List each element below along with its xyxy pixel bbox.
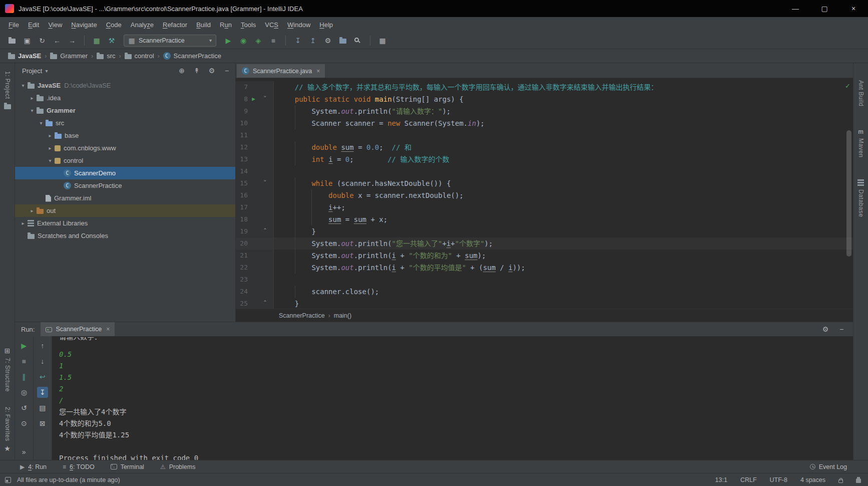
minimize-button[interactable]: — xyxy=(781,0,810,17)
run-console[interactable]: 请输入数字：0.511.52/您一共输入了4个数字4个数的和为5.04个数的平均… xyxy=(52,336,853,460)
toolwindow-button-problems[interactable]: ⚠Problems xyxy=(160,463,196,470)
line-ending-widget[interactable]: CRLF xyxy=(740,476,757,483)
coverage-button[interactable]: ◈ xyxy=(251,34,265,47)
code-line-7[interactable]: 7// 输入多个数字，并求其总和与平均数，每输入一个数字用回车确认，通过输入非数… xyxy=(236,81,853,93)
soft-wrap-button[interactable]: ↩ xyxy=(37,371,48,382)
code-line-22[interactable]: 22System.out.println(i + "个数的平均值是" + (su… xyxy=(236,262,853,274)
toolwindow-button-1-project[interactable]: 1: Project xyxy=(4,71,11,109)
expand-arrow-icon[interactable]: ▾ xyxy=(46,158,54,163)
close-icon[interactable]: × xyxy=(316,68,320,75)
save-all-button[interactable]: ▣ xyxy=(20,34,34,47)
project-title[interactable]: Project xyxy=(22,67,42,75)
tree-item-scratches-and-consoles[interactable]: Scratches and Consoles xyxy=(15,229,235,242)
settings-gear-button[interactable]: ⚙ xyxy=(208,67,215,74)
fold-marker-icon[interactable]: ˆ xyxy=(259,298,271,309)
code-line-13[interactable]: 13int i = 0; // 输入数字的个数 xyxy=(236,153,853,165)
window-list-button[interactable]: ▦ xyxy=(375,34,389,47)
encoding-widget[interactable]: UTF-8 xyxy=(770,476,787,483)
collapse-all-button[interactable]: ↟ xyxy=(193,67,200,74)
menu-file[interactable]: File xyxy=(4,19,24,31)
tree-item-grammer-iml[interactable]: Grammer.iml xyxy=(15,192,235,204)
fold-marker-icon[interactable]: ˇ xyxy=(259,93,271,105)
code-line-20[interactable]: 20System.out.println("您一共输入了"+i+"个数字"); xyxy=(236,237,853,250)
back-button[interactable]: ← xyxy=(50,34,64,47)
toolwindow-button-ant-build[interactable]: Ant Build xyxy=(857,80,864,107)
expand-arrow-icon[interactable]: ▾ xyxy=(19,83,27,88)
expand-arrow-icon[interactable]: ▸ xyxy=(19,220,27,226)
expand-arrow-icon[interactable]: ▾ xyxy=(28,108,36,113)
chevron-down-icon[interactable]: ▾ xyxy=(45,68,48,74)
breadcrumb-grammer[interactable]: Grammer xyxy=(49,52,89,60)
pin-tab-button[interactable]: ⊙ xyxy=(19,418,30,429)
caret-position-widget[interactable]: 13:1 xyxy=(715,476,727,483)
maximize-button[interactable]: ▢ xyxy=(810,0,839,17)
toolwindow-button-event-log[interactable]: Event Log xyxy=(810,463,847,470)
menu-analyze[interactable]: Analyze xyxy=(126,19,158,31)
editor-tab[interactable]: ScannerPractice.java× xyxy=(237,64,325,78)
thread-dump-button[interactable]: ◎ xyxy=(19,387,30,398)
code-line-24[interactable]: 24scanner.close(); xyxy=(236,286,853,298)
run-config-selector[interactable]: ▦ScannerPractice▾ xyxy=(124,35,216,47)
menu-tools[interactable]: Tools xyxy=(236,19,260,31)
stop-button[interactable]: ■ xyxy=(266,34,280,47)
expand-arrow-icon[interactable]: ▸ xyxy=(46,133,54,138)
tree-item-javase[interactable]: ▾JavaSED:\code\JavaSE xyxy=(15,79,235,92)
fold-marker-icon[interactable]: ˆ xyxy=(259,225,271,237)
breadcrumb-control[interactable]: control xyxy=(124,52,155,60)
pause-output-button[interactable]: ∥ xyxy=(19,371,30,382)
print-button[interactable]: ▤ xyxy=(37,402,48,413)
toolwindow-button-6-todo[interactable]: ≡6: TODO xyxy=(63,463,95,470)
hide-panel-button[interactable]: − xyxy=(223,67,230,74)
inspections-ok-icon[interactable]: ✓ xyxy=(845,80,850,92)
code-line-25[interactable]: 25ˆ} xyxy=(236,298,853,309)
forward-button[interactable]: → xyxy=(65,34,79,47)
run-dashboard-button[interactable]: ▦ xyxy=(90,34,104,47)
expand-arrow-icon[interactable]: ▸ xyxy=(28,95,36,101)
more-button[interactable]: » xyxy=(19,446,30,457)
code-editor[interactable]: 7// 输入多个数字，并求其总和与平均数，每输入一个数字用回车确认，通过输入非数… xyxy=(236,78,853,309)
search-everywhere-button[interactable] xyxy=(351,34,365,47)
tree-item-external-libraries[interactable]: ▸External Libraries xyxy=(15,217,235,229)
tree-item-scannerdemo[interactable]: ScannerDemo xyxy=(15,167,235,179)
indent-widget[interactable]: 4 spaces xyxy=(800,476,825,483)
tree-item-control[interactable]: ▾control xyxy=(15,154,235,167)
close-button[interactable]: × xyxy=(839,0,868,17)
next-occurrence-button[interactable]: ↓ xyxy=(37,356,48,367)
toolwindow-button-maven[interactable]: mMaven xyxy=(857,129,864,158)
update-project-button[interactable]: ↧ xyxy=(291,34,305,47)
debug-button[interactable]: ◉ xyxy=(236,34,250,47)
code-line-8[interactable]: 8▶ˇpublic static void main(String[] args… xyxy=(236,93,853,105)
fold-marker-icon[interactable]: ˇ xyxy=(259,177,271,189)
stop-button[interactable]: ■ xyxy=(19,356,30,367)
tree-item-com-cnblogs-www[interactable]: ▸com.cnblogs.www xyxy=(15,142,235,154)
code-line-10[interactable]: 10Scanner scanner = new Scanner(System.i… xyxy=(236,117,853,129)
tree-item-base[interactable]: ▸base xyxy=(15,129,235,142)
hide-panel-button[interactable]: − xyxy=(838,326,845,333)
build-project-button[interactable]: ⚒ xyxy=(105,34,119,47)
menu-run[interactable]: Run xyxy=(215,19,236,31)
breadcrumb-javase[interactable]: JavaSE xyxy=(7,52,42,60)
menu-view[interactable]: View xyxy=(44,19,67,31)
breadcrumb-main[interactable]: main() xyxy=(333,312,352,319)
rerun-button[interactable]: ▶ xyxy=(19,340,30,351)
toolwindow-button-2-favorites[interactable]: 2: Favorites★ xyxy=(4,407,11,452)
code-line-11[interactable]: 11 xyxy=(236,129,853,141)
expand-arrow-icon[interactable]: ▾ xyxy=(37,120,45,126)
tree-item-scannerpractice[interactable]: ScannerPractice xyxy=(15,179,235,192)
open-button[interactable] xyxy=(5,34,19,47)
locate-file-button[interactable]: ⊕ xyxy=(178,67,185,74)
toolwindow-button-terminal[interactable]: Terminal xyxy=(111,463,144,470)
breadcrumb-scannerpractice[interactable]: ScannerPractice xyxy=(278,312,326,319)
previous-occurrence-button[interactable]: ↑ xyxy=(37,340,48,351)
expand-arrow-icon[interactable]: ▸ xyxy=(28,208,36,213)
menu-refactor[interactable]: Refactor xyxy=(158,19,192,31)
menu-edit[interactable]: Edit xyxy=(24,19,44,31)
tree-item-out[interactable]: ▸out xyxy=(15,204,235,217)
scroll-to-end-button[interactable]: ↧ xyxy=(37,387,48,398)
code-line-9[interactable]: 9System.out.println("请输入数字："); xyxy=(236,105,853,117)
close-icon[interactable]: × xyxy=(106,326,110,333)
readonly-lock-icon[interactable] xyxy=(838,479,843,483)
run-line-icon[interactable]: ▶ xyxy=(248,93,259,105)
code-line-14[interactable]: 14 xyxy=(236,165,853,177)
toolwindow-button-7-structure[interactable]: ⊞7: Structure xyxy=(4,347,11,392)
